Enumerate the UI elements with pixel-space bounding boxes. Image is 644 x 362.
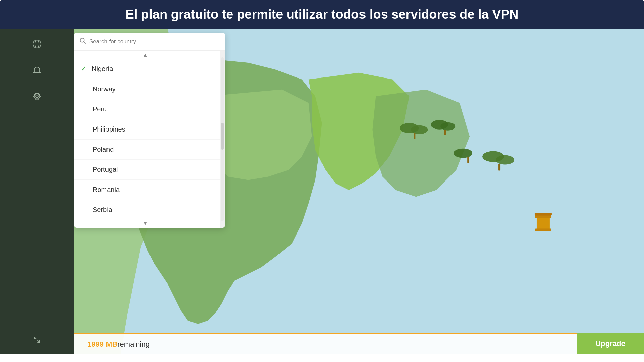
svg-point-9 [400, 123, 419, 133]
scroll-down-button[interactable]: ▼ [74, 220, 217, 227]
map-area: ▲ ✓NigeriaNorwayPeruPhilippinesPolandPor… [74, 29, 644, 354]
country-name: Nigeria [92, 65, 113, 73]
svg-rect-17 [498, 164, 500, 171]
country-list: ✓NigeriaNorwayPeruPhilippinesPolandPortu… [74, 59, 220, 220]
country-name: Romania [93, 186, 120, 194]
country-search-input[interactable] [89, 38, 220, 45]
country-name: Portugal [93, 166, 118, 173]
svg-point-10 [411, 125, 428, 134]
svg-rect-14 [444, 130, 446, 135]
scroll-up-button[interactable]: ▲ [74, 51, 217, 59]
country-item[interactable]: ✓Nigeria [74, 59, 220, 79]
scrollbar-track [221, 57, 224, 221]
svg-rect-23 [535, 213, 552, 215]
country-item[interactable]: Philippines [74, 119, 220, 140]
remaining-amount: 1999 MB [87, 340, 117, 349]
country-dropdown: ▲ ✓NigeriaNorwayPeruPhilippinesPolandPor… [74, 33, 225, 228]
country-name: Philippines [93, 125, 125, 133]
upgrade-button[interactable]: Upgrade [577, 333, 644, 354]
country-item[interactable]: Portugal [74, 160, 220, 180]
top-banner: El plan gratuito te permite utilizar tod… [0, 0, 644, 29]
check-icon: ✓ [81, 65, 86, 73]
sidebar [0, 29, 74, 354]
remaining-bar: 1999 MB remaining [74, 333, 577, 354]
dropdown-scrollbar [220, 51, 225, 228]
country-item[interactable]: Norway [74, 79, 220, 99]
country-item[interactable]: Romania [74, 180, 220, 200]
country-name: Peru [93, 105, 107, 113]
country-name: Poland [93, 146, 114, 153]
sidebar-collapse-button[interactable] [29, 331, 45, 348]
svg-rect-21 [535, 215, 551, 218]
svg-point-12 [431, 120, 448, 130]
sidebar-item-globe[interactable] [29, 36, 45, 52]
bottom-bar: 1999 MB remaining Upgrade [74, 333, 644, 354]
svg-line-27 [84, 42, 85, 43]
svg-rect-22 [535, 228, 551, 231]
main-container: ▲ ✓NigeriaNorwayPeruPhilippinesPolandPor… [0, 29, 644, 354]
country-list-container: ▲ ✓NigeriaNorwayPeruPhilippinesPolandPor… [74, 51, 225, 228]
svg-point-13 [440, 122, 455, 131]
svg-rect-11 [414, 133, 415, 139]
svg-point-18 [454, 149, 472, 158]
country-item[interactable]: Peru [74, 99, 220, 119]
svg-rect-19 [467, 157, 469, 163]
country-item[interactable]: Poland [74, 140, 220, 160]
svg-point-15 [482, 151, 504, 162]
search-icon [79, 37, 86, 46]
search-box [74, 33, 225, 51]
svg-point-16 [496, 155, 514, 165]
country-item[interactable]: Serbia [74, 200, 220, 220]
svg-point-7 [36, 95, 38, 98]
sidebar-item-notifications[interactable] [29, 62, 45, 78]
svg-rect-20 [537, 215, 550, 231]
sidebar-item-settings[interactable] [29, 88, 45, 104]
country-name: Serbia [93, 206, 112, 214]
country-name: Norway [93, 85, 116, 93]
banner-text: El plan gratuito te permite utilizar tod… [126, 7, 519, 22]
remaining-label: remaining [117, 340, 150, 349]
scrollbar-thumb[interactable] [221, 123, 224, 150]
country-list-wrapper: ▲ ✓NigeriaNorwayPeruPhilippinesPolandPor… [74, 51, 220, 228]
